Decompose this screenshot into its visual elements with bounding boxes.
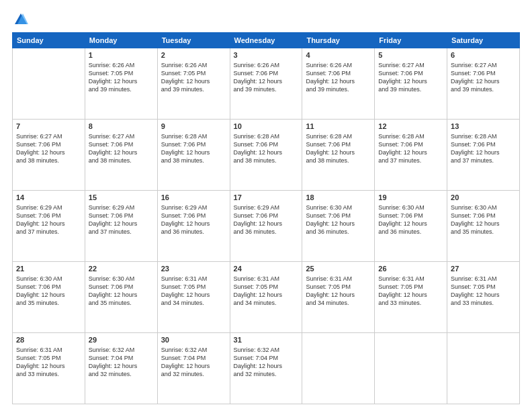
calendar-cell: 9Sunrise: 6:28 AM Sunset: 7:06 PM Daylig… bbox=[157, 120, 230, 191]
day-detail: Sunrise: 6:27 AM Sunset: 7:06 PM Dayligh… bbox=[451, 61, 516, 94]
calendar-cell: 7Sunrise: 6:27 AM Sunset: 7:06 PM Daylig… bbox=[13, 120, 85, 191]
calendar-header-thursday: Thursday bbox=[302, 33, 375, 48]
day-detail: Sunrise: 6:29 AM Sunset: 7:06 PM Dayligh… bbox=[89, 203, 154, 236]
day-number: 11 bbox=[306, 122, 371, 132]
logo-icon bbox=[13, 12, 28, 27]
header bbox=[12, 12, 520, 27]
calendar-cell: 18Sunrise: 6:30 AM Sunset: 7:06 PM Dayli… bbox=[302, 191, 375, 262]
day-number: 3 bbox=[234, 50, 299, 60]
calendar-cell: 13Sunrise: 6:28 AM Sunset: 7:06 PM Dayli… bbox=[447, 120, 520, 191]
day-number: 14 bbox=[16, 193, 81, 203]
day-detail: Sunrise: 6:30 AM Sunset: 7:06 PM Dayligh… bbox=[378, 203, 443, 236]
day-detail: Sunrise: 6:32 AM Sunset: 7:04 PM Dayligh… bbox=[161, 346, 226, 379]
calendar-table: SundayMondayTuesdayWednesdayThursdayFrid… bbox=[12, 32, 520, 404]
day-detail: Sunrise: 6:32 AM Sunset: 7:04 PM Dayligh… bbox=[234, 346, 299, 379]
calendar-cell: 4Sunrise: 6:26 AM Sunset: 7:06 PM Daylig… bbox=[302, 48, 375, 120]
day-number: 19 bbox=[378, 193, 443, 203]
calendar-cell: 22Sunrise: 6:30 AM Sunset: 7:06 PM Dayli… bbox=[85, 262, 157, 333]
calendar-cell: 27Sunrise: 6:31 AM Sunset: 7:05 PM Dayli… bbox=[447, 262, 520, 333]
day-detail: Sunrise: 6:28 AM Sunset: 7:06 PM Dayligh… bbox=[451, 132, 516, 165]
day-number: 9 bbox=[161, 122, 226, 132]
calendar-week-1: 7Sunrise: 6:27 AM Sunset: 7:06 PM Daylig… bbox=[13, 120, 520, 191]
day-detail: Sunrise: 6:26 AM Sunset: 7:05 PM Dayligh… bbox=[161, 61, 226, 94]
day-number: 26 bbox=[378, 264, 443, 274]
calendar-cell: 10Sunrise: 6:28 AM Sunset: 7:06 PM Dayli… bbox=[230, 120, 302, 191]
day-number: 23 bbox=[161, 264, 226, 274]
calendar-cell: 21Sunrise: 6:30 AM Sunset: 7:06 PM Dayli… bbox=[13, 262, 85, 333]
calendar-cell bbox=[375, 333, 447, 404]
day-number: 27 bbox=[451, 264, 516, 274]
calendar-header-saturday: Saturday bbox=[447, 33, 520, 48]
calendar-cell: 23Sunrise: 6:31 AM Sunset: 7:05 PM Dayli… bbox=[157, 262, 230, 333]
calendar-cell: 1Sunrise: 6:26 AM Sunset: 7:05 PM Daylig… bbox=[85, 48, 157, 120]
day-number: 12 bbox=[378, 122, 443, 132]
day-detail: Sunrise: 6:31 AM Sunset: 7:05 PM Dayligh… bbox=[378, 275, 443, 308]
day-detail: Sunrise: 6:29 AM Sunset: 7:06 PM Dayligh… bbox=[16, 203, 81, 236]
calendar-cell: 3Sunrise: 6:26 AM Sunset: 7:06 PM Daylig… bbox=[230, 48, 302, 120]
day-detail: Sunrise: 6:30 AM Sunset: 7:06 PM Dayligh… bbox=[451, 203, 516, 236]
day-number: 10 bbox=[234, 122, 299, 132]
calendar-cell: 17Sunrise: 6:29 AM Sunset: 7:06 PM Dayli… bbox=[230, 191, 302, 262]
calendar-cell: 19Sunrise: 6:30 AM Sunset: 7:06 PM Dayli… bbox=[375, 191, 447, 262]
day-detail: Sunrise: 6:27 AM Sunset: 7:06 PM Dayligh… bbox=[16, 132, 81, 165]
day-detail: Sunrise: 6:28 AM Sunset: 7:06 PM Dayligh… bbox=[161, 132, 226, 165]
calendar-cell bbox=[302, 333, 375, 404]
day-detail: Sunrise: 6:30 AM Sunset: 7:06 PM Dayligh… bbox=[306, 203, 371, 236]
calendar-cell: 6Sunrise: 6:27 AM Sunset: 7:06 PM Daylig… bbox=[447, 48, 520, 120]
calendar-cell: 24Sunrise: 6:31 AM Sunset: 7:05 PM Dayli… bbox=[230, 262, 302, 333]
day-number: 16 bbox=[161, 193, 226, 203]
day-detail: Sunrise: 6:29 AM Sunset: 7:06 PM Dayligh… bbox=[234, 203, 299, 236]
calendar-cell: 25Sunrise: 6:31 AM Sunset: 7:05 PM Dayli… bbox=[302, 262, 375, 333]
calendar-cell: 14Sunrise: 6:29 AM Sunset: 7:06 PM Dayli… bbox=[13, 191, 85, 262]
day-number: 4 bbox=[306, 50, 371, 60]
calendar-cell: 12Sunrise: 6:28 AM Sunset: 7:06 PM Dayli… bbox=[375, 120, 447, 191]
calendar-cell bbox=[13, 48, 85, 120]
day-number: 13 bbox=[451, 122, 516, 132]
day-detail: Sunrise: 6:31 AM Sunset: 7:05 PM Dayligh… bbox=[451, 275, 516, 308]
calendar-header-friday: Friday bbox=[375, 33, 447, 48]
calendar-cell: 15Sunrise: 6:29 AM Sunset: 7:06 PM Dayli… bbox=[85, 191, 157, 262]
day-number: 18 bbox=[306, 193, 371, 203]
calendar-cell: 20Sunrise: 6:30 AM Sunset: 7:06 PM Dayli… bbox=[447, 191, 520, 262]
day-detail: Sunrise: 6:31 AM Sunset: 7:05 PM Dayligh… bbox=[16, 346, 81, 379]
day-detail: Sunrise: 6:31 AM Sunset: 7:05 PM Dayligh… bbox=[161, 275, 226, 308]
day-number: 17 bbox=[234, 193, 299, 203]
day-number: 22 bbox=[89, 264, 154, 274]
calendar-cell bbox=[447, 333, 520, 404]
calendar-cell: 29Sunrise: 6:32 AM Sunset: 7:04 PM Dayli… bbox=[85, 333, 157, 404]
day-detail: Sunrise: 6:32 AM Sunset: 7:04 PM Dayligh… bbox=[89, 346, 154, 379]
day-detail: Sunrise: 6:26 AM Sunset: 7:06 PM Dayligh… bbox=[306, 61, 371, 94]
day-number: 5 bbox=[378, 50, 443, 60]
day-number: 1 bbox=[89, 50, 154, 60]
day-number: 31 bbox=[234, 335, 299, 345]
day-number: 30 bbox=[161, 335, 226, 345]
calendar-cell: 16Sunrise: 6:29 AM Sunset: 7:06 PM Dayli… bbox=[157, 191, 230, 262]
day-number: 15 bbox=[89, 193, 154, 203]
day-detail: Sunrise: 6:30 AM Sunset: 7:06 PM Dayligh… bbox=[16, 275, 81, 308]
calendar-cell: 2Sunrise: 6:26 AM Sunset: 7:05 PM Daylig… bbox=[157, 48, 230, 120]
day-detail: Sunrise: 6:27 AM Sunset: 7:06 PM Dayligh… bbox=[89, 132, 154, 165]
calendar-header-wednesday: Wednesday bbox=[230, 33, 302, 48]
calendar-cell: 8Sunrise: 6:27 AM Sunset: 7:06 PM Daylig… bbox=[85, 120, 157, 191]
calendar-cell: 11Sunrise: 6:28 AM Sunset: 7:06 PM Dayli… bbox=[302, 120, 375, 191]
day-detail: Sunrise: 6:29 AM Sunset: 7:06 PM Dayligh… bbox=[161, 203, 226, 236]
calendar-header-tuesday: Tuesday bbox=[157, 33, 230, 48]
day-detail: Sunrise: 6:28 AM Sunset: 7:06 PM Dayligh… bbox=[234, 132, 299, 165]
day-number: 7 bbox=[16, 122, 81, 132]
calendar-week-4: 28Sunrise: 6:31 AM Sunset: 7:05 PM Dayli… bbox=[13, 333, 520, 404]
day-detail: Sunrise: 6:31 AM Sunset: 7:05 PM Dayligh… bbox=[306, 275, 371, 308]
day-number: 29 bbox=[89, 335, 154, 345]
calendar-week-0: 1Sunrise: 6:26 AM Sunset: 7:05 PM Daylig… bbox=[13, 48, 520, 120]
day-number: 25 bbox=[306, 264, 371, 274]
day-number: 21 bbox=[16, 264, 81, 274]
calendar-week-3: 21Sunrise: 6:30 AM Sunset: 7:06 PM Dayli… bbox=[13, 262, 520, 333]
calendar-body: 1Sunrise: 6:26 AM Sunset: 7:05 PM Daylig… bbox=[13, 48, 520, 404]
page: SundayMondayTuesdayWednesdayThursdayFrid… bbox=[0, 0, 532, 411]
day-detail: Sunrise: 6:31 AM Sunset: 7:05 PM Dayligh… bbox=[234, 275, 299, 308]
calendar-cell: 5Sunrise: 6:27 AM Sunset: 7:06 PM Daylig… bbox=[375, 48, 447, 120]
calendar-cell: 30Sunrise: 6:32 AM Sunset: 7:04 PM Dayli… bbox=[157, 333, 230, 404]
day-detail: Sunrise: 6:27 AM Sunset: 7:06 PM Dayligh… bbox=[378, 61, 443, 94]
calendar-header-row: SundayMondayTuesdayWednesdayThursdayFrid… bbox=[13, 33, 520, 48]
calendar-header-monday: Monday bbox=[85, 33, 157, 48]
calendar-cell: 28Sunrise: 6:31 AM Sunset: 7:05 PM Dayli… bbox=[13, 333, 85, 404]
